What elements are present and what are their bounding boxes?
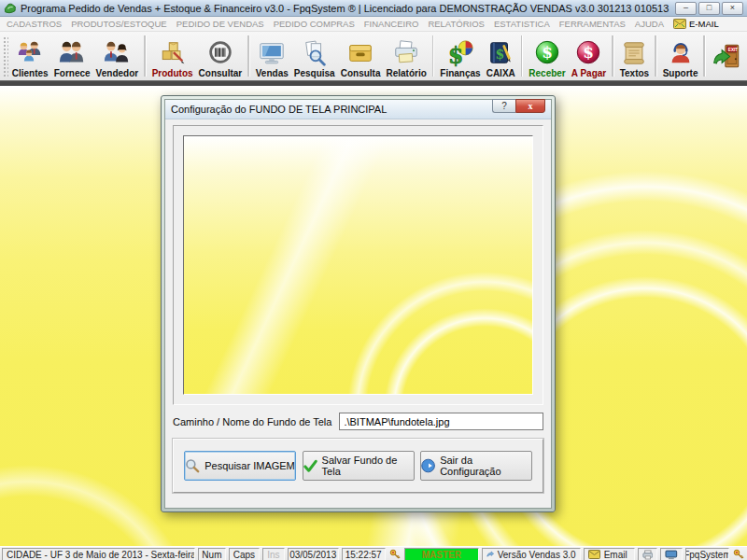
toolbar-button-vendedor[interactable]: Vendedor <box>93 32 142 80</box>
toolbar-button-caixa[interactable]: $ CAIXA <box>484 32 518 80</box>
menu-ferramentas[interactable]: FERRAMENTAS <box>555 19 630 29</box>
status-email: Email <box>584 548 635 560</box>
products-boxes-icon <box>159 38 187 68</box>
toolbar: Clientes Fornece <box>0 32 747 80</box>
magnifier-icon <box>185 458 200 473</box>
menu-produtos-estoque[interactable]: PRODUTOS/ESTOQUE <box>66 19 172 29</box>
menu-ajuda[interactable]: AJUDA <box>630 19 669 29</box>
key-icon <box>388 548 402 560</box>
window-title: Programa Pedido de Vendas + Estoque & Fi… <box>21 3 671 14</box>
texts-scroll-icon <box>620 38 648 68</box>
dialog-button-panel: Pesquisar IMAGEM Salvar Fundo de Tela <box>173 439 543 493</box>
status-date: 03/05/2013 <box>288 548 339 560</box>
toolbar-button-pesquisa[interactable]: Pesquisa <box>291 32 338 80</box>
toolbar-button-vendas[interactable]: Vendas <box>253 32 291 80</box>
app-logo-icon <box>4 2 17 14</box>
key-icon-right <box>732 548 745 560</box>
status-printer <box>638 548 658 560</box>
toolbar-grip[interactable] <box>2 35 8 77</box>
svg-text:$: $ <box>496 47 505 62</box>
window-controls: – □ × <box>675 2 743 15</box>
toolbar-button-consulta[interactable]: Consulta <box>338 32 384 80</box>
support-headset-icon <box>667 38 695 68</box>
exit-config-button[interactable]: Sair da Configuração <box>420 451 532 481</box>
config-dialog: Configuração do FUNDO DE TELA PRINCIPAL … <box>161 95 556 512</box>
minimize-button[interactable]: – <box>675 2 697 15</box>
search-image-button[interactable]: Pesquisar IMAGEM <box>184 451 296 481</box>
path-label: Caminho / Nome do Fundo de Tela <box>173 416 331 427</box>
menu-email[interactable]: E-MAIL <box>669 19 724 29</box>
computer-small-icon <box>665 550 678 560</box>
receive-money-icon: $ <box>533 38 561 68</box>
barcode-icon <box>206 38 234 68</box>
wallpaper-preview-frame <box>173 125 543 405</box>
toolbar-button-consultar[interactable]: Consultar <box>196 32 246 80</box>
toolbar-button-a-pagar[interactable]: $ A Pagar <box>569 32 609 80</box>
wallpaper-preview <box>183 135 533 395</box>
window-titlebar: Programa Pedido de Vendas + Estoque & Fi… <box>0 0 747 17</box>
toolbar-button-fornece[interactable]: Fornece <box>51 32 93 80</box>
check-icon <box>303 459 317 473</box>
menu-pedido-de-vendas[interactable]: PEDIDO DE VENDAS <box>172 19 269 29</box>
drawer-icon <box>346 38 374 68</box>
toolbar-separator <box>655 35 657 77</box>
menu-relatorios[interactable]: RELATÓRIOS <box>423 19 489 29</box>
pay-money-icon: $ <box>574 38 602 68</box>
svg-text:$: $ <box>584 43 595 62</box>
status-num-lock: Num <box>198 548 226 560</box>
menu-pedido-compras[interactable]: PEDIDO COMPRAS <box>269 19 359 29</box>
version-icon <box>486 550 494 560</box>
toolbar-separator <box>144 35 147 77</box>
statusbar: CIDADE - UF 3 de Maio de 2013 - Sexta-fe… <box>0 546 747 560</box>
dialog-close-button[interactable]: x <box>515 99 545 113</box>
cashbook-icon: $ <box>486 38 514 68</box>
application-window: Programa Pedido de Vendas + Estoque & Fi… <box>0 0 747 560</box>
toolbar-button-textos[interactable]: Textos <box>617 32 653 80</box>
status-location: CIDADE - UF 3 de Maio de 2013 - Sexta-fe… <box>2 548 195 560</box>
close-button[interactable]: × <box>722 2 743 15</box>
status-version: Versão Vendas 3.0 <box>482 548 581 560</box>
status-brand: FpqSystem <box>685 548 729 560</box>
svg-text:EXIT: EXIT <box>728 48 739 52</box>
printer-icon <box>392 38 420 68</box>
toolbar-button-financas[interactable]: $ Finanças <box>437 32 483 80</box>
toolbar-separator <box>521 35 524 77</box>
toolbar-button-produtos[interactable]: Produtos <box>149 32 196 80</box>
menu-financeiro[interactable]: FINANCEIRO <box>359 19 424 29</box>
finance-pie-icon: $ <box>446 38 474 68</box>
desktop-wallpaper: Configuração do FUNDO DE TELA PRINCIPAL … <box>0 86 747 546</box>
email-menu-icon <box>673 19 686 29</box>
toolbar-button-clientes[interactable]: Clientes <box>9 32 51 80</box>
save-wallpaper-button[interactable]: Salvar Fundo de Tela <box>303 451 415 481</box>
status-insert: Ins <box>262 548 285 560</box>
wallpaper-path-input[interactable] <box>339 413 543 430</box>
printer-small-icon <box>642 550 654 560</box>
toolbar-separator <box>432 35 435 77</box>
suppliers-icon <box>58 38 86 68</box>
svg-text:$: $ <box>448 43 463 67</box>
toolbar-button-exit[interactable]: EXIT <box>709 32 746 80</box>
dialog-help-button[interactable]: ? <box>492 99 515 113</box>
menubar: CADASTROS PRODUTOS/ESTOQUE PEDIDO DE VEN… <box>0 17 747 32</box>
toolbar-separator <box>703 35 706 77</box>
clients-icon <box>16 38 44 68</box>
search-documents-icon <box>301 38 329 68</box>
exit-arrow-icon <box>421 458 435 473</box>
status-user-badge: MASTER <box>404 548 479 560</box>
svg-text:$: $ <box>542 43 553 62</box>
toolbar-button-receber[interactable]: $ Receber <box>526 32 568 80</box>
exit-door-icon: EXIT <box>712 41 743 71</box>
sales-monitor-icon <box>258 38 286 68</box>
menu-estatistica[interactable]: ESTATISTICA <box>489 19 555 29</box>
dialog-title: Configuração do FUNDO DE TELA PRINCIPAL <box>171 104 387 115</box>
maximize-button[interactable]: □ <box>698 2 720 15</box>
menu-cadastros[interactable]: CADASTROS <box>2 19 66 29</box>
status-computer <box>660 548 683 560</box>
toolbar-button-suporte[interactable]: Suporte <box>660 32 701 80</box>
status-caps-lock: Caps <box>229 548 260 560</box>
toolbar-button-relatorio[interactable]: Relatório <box>383 32 429 80</box>
status-time: 15:22:57 <box>342 548 386 560</box>
toolbar-separator <box>247 35 250 77</box>
toolbar-separator <box>612 35 614 77</box>
dialog-titlebar: Configuração do FUNDO DE TELA PRINCIPAL … <box>165 100 551 119</box>
